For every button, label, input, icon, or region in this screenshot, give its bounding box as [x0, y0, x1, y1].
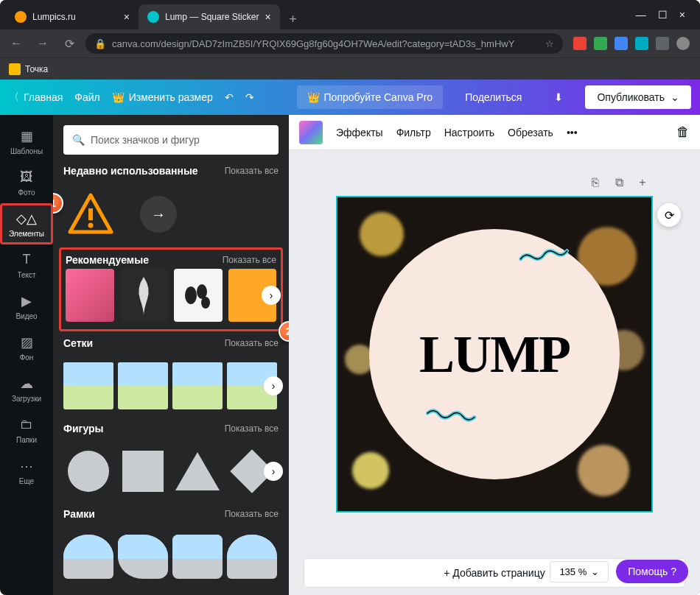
search-input[interactable]: 🔍 Поиск значков и фигур: [63, 125, 279, 155]
background-icon: ▨: [18, 334, 35, 351]
photo-icon: 🖼: [18, 169, 35, 186]
search-icon: 🔍: [72, 134, 85, 146]
file-menu[interactable]: Файл: [74, 91, 99, 103]
grid-item[interactable]: [118, 362, 168, 409]
effects-button[interactable]: Эффекты: [336, 127, 383, 138]
new-tab-button[interactable]: +: [283, 9, 304, 29]
shape-circle[interactable]: [63, 448, 113, 495]
frame-item[interactable]: [118, 535, 168, 579]
grids-row: ›: [63, 359, 279, 412]
rail-folders[interactable]: 🗀 Папки: [0, 409, 53, 451]
adjust-button[interactable]: Настроить: [444, 127, 494, 138]
carousel-next-button[interactable]: ›: [262, 286, 281, 305]
rail-photo[interactable]: 🖼 Фото: [0, 162, 53, 203]
ext-icon[interactable]: [615, 37, 628, 50]
crop-button[interactable]: Обрезать: [508, 127, 553, 138]
featured-item[interactable]: [174, 269, 223, 322]
undo-button[interactable]: ↶: [225, 91, 234, 103]
add-page-label: + Добавить страницу: [444, 567, 545, 579]
home-label: Главная: [24, 91, 63, 103]
redo-button[interactable]: ↷: [245, 91, 254, 103]
bottom-bar: 135 % ⌄ Помощь ?: [550, 560, 688, 583]
resize-button[interactable]: 👑 Изменить размер: [112, 91, 213, 103]
show-all-link[interactable]: Показать все: [225, 166, 279, 176]
section-grids-header: Сетки Показать все: [63, 337, 279, 349]
video-icon: ▶: [18, 293, 35, 309]
url-input[interactable]: 🔒 canva.com/design/DAD7zImZB5I/YRQIX69Gg…: [85, 33, 563, 54]
rail-text[interactable]: T Текст: [0, 244, 53, 286]
design-selection[interactable]: ⎘ ⧉ + ⟳: [336, 196, 653, 513]
ext-icon[interactable]: [635, 37, 648, 50]
section-title: Недавно использованные: [63, 165, 198, 177]
shape-square[interactable]: [118, 448, 168, 495]
canvas-viewport[interactable]: ⎘ ⧉ + ⟳: [289, 150, 700, 558]
featured-item[interactable]: [120, 269, 169, 322]
share-button[interactable]: Поделиться: [455, 85, 532, 109]
star-icon[interactable]: ☆: [545, 38, 554, 49]
show-all-link[interactable]: Показать все: [225, 509, 279, 519]
filter-button[interactable]: Фильтр: [396, 127, 431, 138]
frame-item[interactable]: [63, 535, 113, 579]
regenerate-button[interactable]: ⟳: [657, 203, 681, 227]
frame-item[interactable]: [172, 535, 223, 579]
duplicate-icon[interactable]: ⎘: [587, 174, 604, 191]
frames-row: [63, 530, 279, 583]
tab-bar: Lumpics.ru × Lump — Square Sticker × + —…: [0, 0, 700, 29]
publish-button[interactable]: Опубликовать ⌄: [585, 85, 691, 109]
bookmark-item[interactable]: Точка: [25, 64, 48, 74]
rail-label: Загрузки: [12, 395, 41, 403]
recent-item-warning[interactable]: [63, 187, 118, 242]
warning-triangle-icon: [67, 191, 114, 238]
more-button[interactable]: •••: [567, 127, 578, 138]
close-icon[interactable]: ×: [124, 11, 130, 23]
canva-app: 〈 Главная Файл 👑 Изменить размер ↶ ↷ 👑 П…: [0, 80, 700, 595]
ext-icon[interactable]: [573, 37, 587, 50]
annotation-badge-1: 1: [53, 193, 63, 214]
ext-icon[interactable]: [594, 37, 607, 50]
show-all-link[interactable]: Показать все: [225, 338, 279, 348]
browser-tab-canva[interactable]: Lump — Square Sticker ×: [139, 4, 280, 29]
close-icon[interactable]: ×: [679, 9, 685, 21]
favicon-icon: [147, 11, 159, 23]
avatar-icon[interactable]: [676, 37, 690, 50]
featured-item[interactable]: [66, 269, 114, 322]
back-button[interactable]: ←: [6, 33, 27, 54]
grid-item[interactable]: [172, 362, 223, 409]
rail-background[interactable]: ▨ Фон: [0, 327, 53, 368]
section-featured-header: Рекомендуемые Показать все: [66, 254, 276, 266]
maximize-icon[interactable]: ☐: [658, 9, 668, 21]
show-all-link[interactable]: Показать все: [223, 255, 276, 265]
ext-icon[interactable]: [656, 37, 669, 50]
effects-icon[interactable]: [299, 121, 323, 144]
section-shapes-header: Фигуры Показать все: [63, 423, 279, 434]
shape-triangle[interactable]: [172, 448, 223, 495]
zoom-control[interactable]: 135 % ⌄: [550, 561, 609, 582]
trash-icon[interactable]: 🗑: [676, 124, 690, 140]
minimize-icon[interactable]: —: [636, 9, 646, 21]
frame-item[interactable]: [227, 535, 277, 579]
chevron-down-icon: ⌄: [671, 91, 679, 103]
reload-button[interactable]: ⟳: [59, 33, 80, 54]
rail-templates[interactable]: ▦ Шаблоны: [0, 121, 53, 162]
copy-icon[interactable]: ⧉: [610, 174, 628, 191]
shapes-row: ›: [63, 445, 279, 498]
recent-item-arrow[interactable]: →: [140, 196, 177, 233]
home-button[interactable]: 〈 Главная: [9, 91, 63, 104]
rail-label: Текст: [17, 271, 35, 279]
download-button[interactable]: ⬇: [544, 82, 573, 112]
carousel-next-button[interactable]: ›: [264, 462, 283, 481]
close-icon[interactable]: ×: [265, 11, 270, 23]
rail-more[interactable]: ⋯ Еще: [0, 451, 53, 492]
browser-tab-lumpics[interactable]: Lumpics.ru ×: [6, 4, 139, 29]
rail-elements[interactable]: ◇△ Элементы: [0, 203, 53, 244]
folder-icon: 🗀: [18, 417, 35, 433]
forward-button[interactable]: →: [32, 33, 53, 54]
show-all-link[interactable]: Показать все: [225, 423, 279, 434]
help-button[interactable]: Помощь ?: [616, 560, 688, 583]
rail-video[interactable]: ▶ Видео: [0, 286, 53, 327]
try-pro-button[interactable]: 👑 Попробуйте Canva Pro: [297, 85, 444, 109]
grid-item[interactable]: [63, 362, 113, 409]
carousel-next-button[interactable]: ›: [264, 376, 283, 395]
rail-uploads[interactable]: ☁ Загрузки: [0, 368, 53, 409]
add-icon[interactable]: +: [634, 174, 651, 191]
